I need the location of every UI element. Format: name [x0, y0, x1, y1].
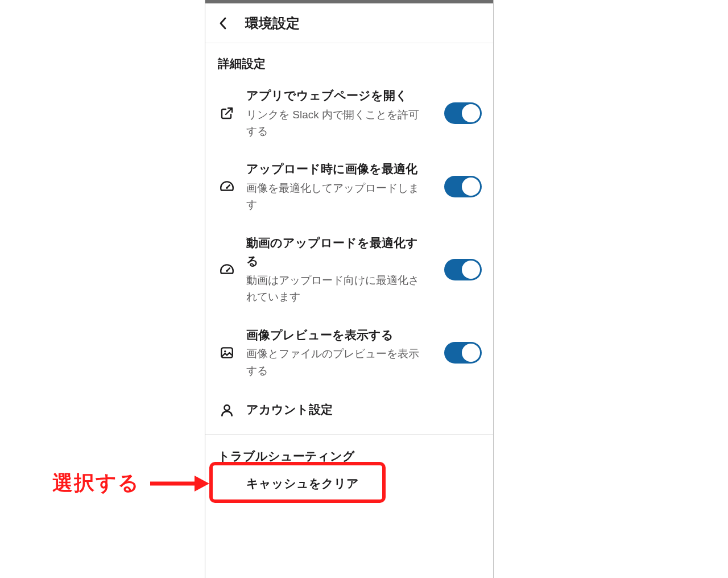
back-button[interactable] — [217, 17, 229, 30]
settings-screen: 環境設定 詳細設定 アプリでウェブページを開く リンクを Slack 内で開くこ… — [205, 0, 494, 578]
svg-point-5 — [224, 350, 226, 352]
row-image-preview[interactable]: 画像プレビューを表示する 画像とファイルのプレビューを表示する — [205, 316, 493, 389]
toggle-open-links[interactable] — [444, 102, 482, 124]
section-advanced: 詳細設定 — [205, 43, 493, 76]
section-troubleshooting: トラブルシューティング — [205, 435, 493, 466]
person-icon — [219, 403, 235, 418]
row-subtitle: 画像を最適化してアップロードします — [246, 180, 429, 213]
image-icon — [219, 345, 235, 360]
row-clear-cache[interactable]: キャッシュをクリア — [205, 466, 493, 503]
annotation-arrow-icon — [148, 472, 210, 495]
svg-marker-8 — [195, 476, 209, 492]
row-optimize-video[interactable]: 動画のアップロードを最適化する 動画はアップロード向けに最適化されています — [205, 224, 493, 316]
row-title: キャッシュをクリア — [246, 474, 482, 493]
app-bar: 環境設定 — [205, 3, 493, 43]
row-title: 画像プレビューを表示する — [246, 326, 429, 345]
svg-point-6 — [224, 405, 229, 410]
external-link-icon — [219, 106, 235, 120]
row-optimize-image[interactable]: アップロード時に画像を最適化 画像を最適化してアップロードします — [205, 150, 493, 223]
row-subtitle: リンクを Slack 内で開くことを許可する — [246, 106, 429, 140]
app-bar-title: 環境設定 — [245, 14, 300, 32]
row-title: アカウント設定 — [246, 401, 482, 419]
row-open-links[interactable]: アプリでウェブページを開く リンクを Slack 内で開くことを許可する — [205, 76, 493, 150]
row-subtitle: 画像とファイルのプレビューを表示する — [246, 345, 429, 379]
row-title: アップロード時に画像を最適化 — [246, 160, 429, 179]
svg-line-1 — [227, 185, 230, 188]
row-title: アプリでウェブページを開く — [246, 86, 429, 105]
toggle-optimize-image[interactable] — [444, 176, 482, 197]
row-subtitle: 動画はアップロード向けに最適化されています — [246, 272, 429, 305]
row-account-settings[interactable]: アカウント設定 — [205, 389, 493, 431]
svg-line-3 — [227, 268, 230, 271]
toggle-optimize-video[interactable] — [444, 259, 482, 280]
gauge-icon — [219, 262, 235, 277]
annotation-label: 選択する — [52, 469, 140, 497]
back-icon — [219, 17, 227, 30]
gauge-icon — [219, 179, 235, 194]
row-title: 動画のアップロードを最適化する — [246, 234, 429, 271]
toggle-image-preview[interactable] — [444, 342, 482, 364]
